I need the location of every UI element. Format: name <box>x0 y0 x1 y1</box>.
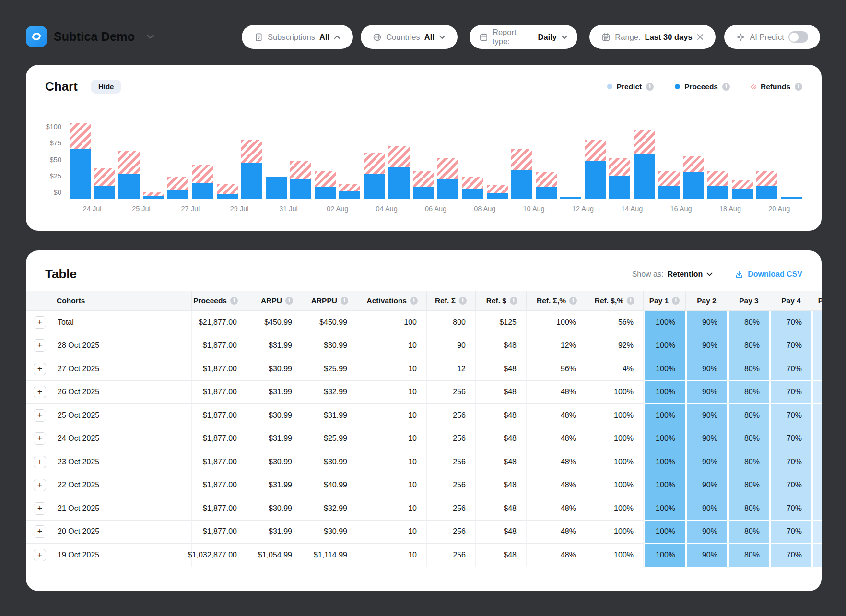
sparkle-icon <box>736 33 745 42</box>
cell-ref_sum: 256 <box>427 544 476 567</box>
stacked-bar <box>118 151 140 199</box>
ai-predict-label: AI Predict <box>750 33 784 42</box>
info-icon[interactable]: i <box>230 297 238 305</box>
cell-arpu: $31.99 <box>247 334 302 358</box>
refunds-segment <box>388 146 410 167</box>
cell-ref_usd: $48 <box>476 497 527 521</box>
column-header-4[interactable]: Activationsi <box>357 291 427 311</box>
x-tick-label: 18 Aug <box>705 205 754 213</box>
info-icon[interactable]: i <box>795 83 802 91</box>
range-filter[interactable]: Range: Last 30 days <box>589 25 716 49</box>
expand-row-button[interactable]: + <box>34 549 46 561</box>
show-as-dropdown[interactable]: Show as: Retention <box>632 270 713 279</box>
hide-chart-button[interactable]: Hide <box>91 80 121 94</box>
expand-row-button[interactable]: + <box>34 339 46 352</box>
column-header-8[interactable]: Ref. $,%i <box>586 291 644 311</box>
close-icon[interactable] <box>697 34 704 40</box>
column-header-9[interactable]: Pay 1i <box>644 291 686 311</box>
stacked-bar <box>560 197 581 199</box>
ai-predict-control[interactable]: AI Predict <box>724 25 820 49</box>
cell-ref_usd: $48 <box>476 404 527 427</box>
table-row: +24 Oct 2025$1,877.00$31.99$25.9910256$4… <box>26 427 822 451</box>
workspace-switcher[interactable]: Subtica Demo <box>26 26 154 47</box>
column-header-3[interactable]: ARPPUi <box>302 291 357 311</box>
legend-item-predict[interactable]: Predicti <box>607 83 654 91</box>
report-type-value: Daily <box>538 33 557 42</box>
show-as-label: Show as: <box>632 270 664 279</box>
column-header-0[interactable]: Cohorts <box>26 291 192 311</box>
cell-pay-4: 70% <box>770 521 812 544</box>
proceeds-segment <box>388 167 410 199</box>
subscriptions-filter[interactable]: Subscriptions All <box>242 25 353 49</box>
info-icon[interactable]: i <box>569 297 577 305</box>
bar-slot <box>436 111 460 199</box>
cell-ref_usd_pct: 100% <box>586 544 644 567</box>
table-row: +25 Oct 2025$1,877.00$30.99$31.9910256$4… <box>26 404 822 427</box>
expand-row-button[interactable]: + <box>34 432 46 445</box>
expand-row-button[interactable]: + <box>34 479 46 491</box>
proceeds-segment <box>364 174 385 199</box>
column-header-10[interactable]: Pay 2 <box>686 291 728 311</box>
column-header-5[interactable]: Ref. Σi <box>427 291 476 311</box>
cell-proceeds: $1,877.00 <box>192 497 247 521</box>
bar-slot <box>117 111 141 199</box>
info-icon[interactable]: i <box>672 297 680 305</box>
cell-pay-4: 70% <box>770 544 812 567</box>
legend-dot-icon <box>607 84 612 89</box>
expand-row-button[interactable]: + <box>34 502 46 515</box>
info-icon[interactable]: i <box>341 297 348 305</box>
expand-row-button[interactable]: + <box>34 456 46 468</box>
column-header-1[interactable]: Proceedsi <box>192 291 247 311</box>
legend-item-refunds[interactable]: Refundsi <box>751 83 802 91</box>
report-type-filter[interactable]: Report type: Daily <box>470 25 577 49</box>
info-icon[interactable]: i <box>627 297 634 305</box>
info-icon[interactable]: i <box>722 83 730 91</box>
expand-row-button[interactable]: + <box>34 386 46 398</box>
info-icon[interactable]: i <box>646 83 654 91</box>
column-header-label: Pay 3 <box>739 296 759 305</box>
expand-row-button[interactable]: + <box>34 525 46 538</box>
cohort-cell: +27 Oct 2025 <box>26 357 192 381</box>
proceeds-segment <box>290 179 311 199</box>
info-icon[interactable]: i <box>410 297 418 305</box>
info-icon[interactable]: i <box>510 297 517 305</box>
stacked-bar <box>487 185 508 199</box>
cell-ref_usd_pct: 100% <box>586 450 644 474</box>
refunds-segment <box>634 130 655 154</box>
column-header-label: Cohorts <box>57 296 85 305</box>
column-header-7[interactable]: Ref. Σ,%i <box>527 291 586 311</box>
cohort-cell: +21 Oct 2025 <box>26 497 192 521</box>
expand-row-button[interactable]: + <box>34 316 46 329</box>
column-header-2[interactable]: ARPUi <box>247 291 302 311</box>
download-csv-button[interactable]: Download CSV <box>735 270 802 279</box>
proceeds-segment <box>437 179 458 199</box>
column-header-label: Pay 1 <box>649 296 669 305</box>
chart-card: Chart Hide PredictiProceedsiRefundsi $0$… <box>26 65 822 231</box>
proceeds-segment <box>94 186 115 199</box>
countries-filter[interactable]: Countries All <box>361 25 458 49</box>
cohort-label: 19 Oct 2025 <box>58 551 99 559</box>
column-header-11[interactable]: Pay 3 <box>728 291 770 311</box>
legend-item-proceeds[interactable]: Proceedsi <box>675 83 730 91</box>
column-header-12[interactable]: Pay 4 <box>770 291 812 311</box>
proceeds-segment <box>683 172 704 199</box>
column-header-6[interactable]: Ref. $i <box>476 291 527 311</box>
cell-ref_sum_pct: 48% <box>527 450 586 474</box>
info-icon[interactable]: i <box>459 297 467 305</box>
column-header-13[interactable]: Pay 5i <box>812 291 822 311</box>
proceeds-segment <box>511 170 532 199</box>
bar-slot <box>239 111 264 199</box>
info-icon[interactable]: i <box>285 297 293 305</box>
x-tick-label: 29 Jul <box>215 205 264 213</box>
legend-label: Predict <box>617 83 642 91</box>
expand-row-button[interactable]: + <box>34 409 46 422</box>
cell-ref_sum_pct: 48% <box>527 544 586 567</box>
cell-pay-4: 70% <box>770 427 812 451</box>
cell-activations: 100 <box>357 311 427 334</box>
cell-activations: 10 <box>357 544 427 567</box>
ai-predict-toggle[interactable] <box>788 31 808 43</box>
expand-row-button[interactable]: + <box>34 363 46 375</box>
stacked-bar <box>388 146 410 199</box>
cell-arppu: $30.99 <box>302 334 357 358</box>
cohort-cell: +24 Oct 2025 <box>26 427 192 451</box>
